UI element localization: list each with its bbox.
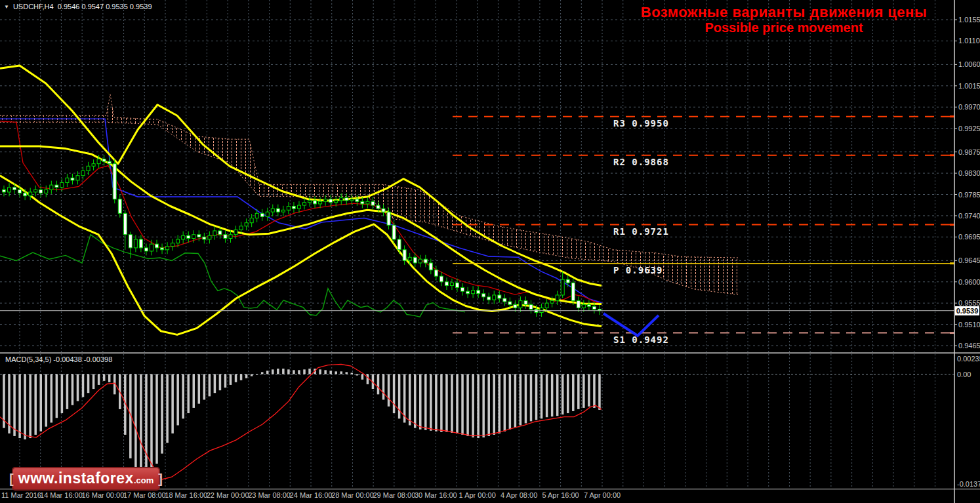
candle-body [472, 291, 475, 294]
macd-histogram-bar [176, 374, 179, 426]
candle-body [587, 304, 590, 306]
macd-histogram-bar [230, 374, 232, 385]
candle-body [8, 188, 11, 192]
macd-histogram-bar [546, 374, 548, 418]
macd-histogram-bar [256, 374, 258, 375]
macd-histogram-bar [520, 374, 522, 426]
macd-histogram-bar [509, 374, 512, 430]
symbol-ohlc-text: USDCHF,H4 0.9546 0.9547 0.9535 0.9539 [13, 3, 152, 10]
time-axis-label: 22 Mar 00:00 [207, 491, 249, 499]
pivot-axis-tick-R1 [950, 224, 954, 226]
macd-histogram-bar [240, 374, 243, 380]
price-axis-label: 0.9830 [958, 169, 980, 177]
candle-body [250, 218, 253, 223]
price-axis-label: 0.9970 [958, 103, 980, 111]
macd-histogram-bar [477, 374, 480, 439]
macd-histogram-bar [487, 374, 490, 436]
candle-body [371, 201, 375, 205]
price-axis-label: 1.0015 [958, 82, 980, 90]
chart-canvas[interactable]: R3 0.9950R2 0.9868R1 0.9721P 0.9639S1 0.… [0, 0, 980, 503]
candle-body [519, 301, 522, 308]
candle-body [466, 291, 470, 294]
macd-histogram-bar [414, 374, 417, 428]
macd-histogram-bar [298, 370, 300, 374]
time-axis-label: 28 Mar 00:00 [331, 491, 374, 499]
candle-body [592, 306, 596, 309]
candle-body [18, 190, 22, 193]
macd-histogram-bar [308, 369, 311, 374]
candle-body [419, 259, 422, 263]
macd-histogram-bar [346, 372, 348, 374]
candle-body [150, 244, 153, 251]
logo-bracket-left: [ [9, 472, 14, 487]
price-axis-label: 1.0060 [958, 60, 980, 68]
symbol-dropdown-icon[interactable]: ▼ [4, 4, 9, 10]
macd-histogram-bar [82, 374, 84, 397]
candle-body [493, 295, 496, 300]
candle-body [144, 248, 148, 251]
time-axis[interactable]: 11 Mar 201614 Mar 16:0016 Mar 00:0017 Ma… [1, 491, 621, 499]
instaforex-logo[interactable]: [ www.instaforex.com ] [12, 467, 160, 491]
time-axis-label: 16 Mar 00:00 [81, 491, 124, 499]
candle-body [76, 176, 79, 180]
candle-body [508, 302, 512, 304]
candle-body [319, 201, 322, 204]
current-price-badge: 0.9539 [955, 306, 979, 315]
macd-histogram-bar [261, 372, 264, 374]
macd-histogram-bar [198, 374, 201, 404]
macd-histogram-bar [134, 374, 137, 469]
macd-histogram-bar [34, 374, 37, 435]
macd-histogram-bar [51, 374, 53, 423]
candle-body [45, 190, 48, 193]
candle-body [297, 205, 300, 209]
macd-histogram-bar [388, 374, 390, 407]
macd-histogram-bar [61, 374, 64, 414]
macd-histogram-bar [187, 374, 190, 414]
candle-body [408, 257, 411, 260]
price-axis-label: 0.9925 [958, 125, 980, 132]
macd-histogram-bar [493, 374, 496, 435]
macd-histogram-bar [514, 374, 517, 428]
macd-histogram-bar [461, 374, 464, 435]
price-axis[interactable]: 1.01551.01101.00601.00150.99700.99250.98… [954, 16, 980, 488]
candle-body [487, 297, 491, 300]
candle-body [203, 237, 206, 239]
candle-body [524, 301, 527, 305]
candle-body [582, 304, 585, 308]
candle-body [340, 198, 343, 201]
candle-body [266, 212, 269, 216]
macd-histogram-bar [535, 374, 538, 420]
macd-histogram-bar [382, 374, 385, 400]
pivot-axis-tick-S1 [950, 332, 954, 334]
macd-histogram-bar [504, 374, 506, 432]
macd-histogram-bar [430, 374, 432, 431]
time-axis-label: 14 Mar 16:00 [40, 491, 83, 499]
pivot-label-R2: R2 0.9868 [613, 157, 669, 167]
time-axis-label: 7 Apr 00:00 [584, 491, 621, 499]
time-axis-label: 24 Mar 16:00 [290, 491, 333, 499]
annotation-banner: Возможные варианты движения цены Possibl… [640, 4, 928, 35]
candle-body [498, 295, 501, 298]
candle-body [197, 235, 201, 237]
candle-body [445, 282, 448, 286]
price-axis-label: 0.9695 [958, 233, 980, 241]
candle-body [276, 209, 279, 212]
candle-body [561, 279, 564, 295]
mt4-chart-window: R3 0.9950R2 0.9868R1 0.9721P 0.9639S1 0.… [0, 0, 980, 503]
macd-histogram-bar [24, 374, 26, 440]
candle-body [39, 190, 43, 193]
logo-text: www.instaforex [18, 470, 134, 487]
candle-body [187, 235, 190, 238]
candle-body [271, 209, 274, 212]
macd-histogram-bar [182, 374, 184, 419]
candle-body [229, 235, 232, 239]
candle-body [571, 283, 575, 300]
macd-histogram-bar [92, 374, 95, 390]
banner-text-ru: Возможные варианты движения цены [640, 4, 928, 20]
macd-histogram-bar [56, 374, 58, 418]
macd-histogram-bar [266, 371, 269, 374]
pivot-axis-tick-R2 [950, 154, 954, 156]
price-axis-label: 1.0155 [958, 16, 980, 24]
candle-body [345, 198, 348, 201]
macd-histogram-bar [251, 374, 253, 376]
